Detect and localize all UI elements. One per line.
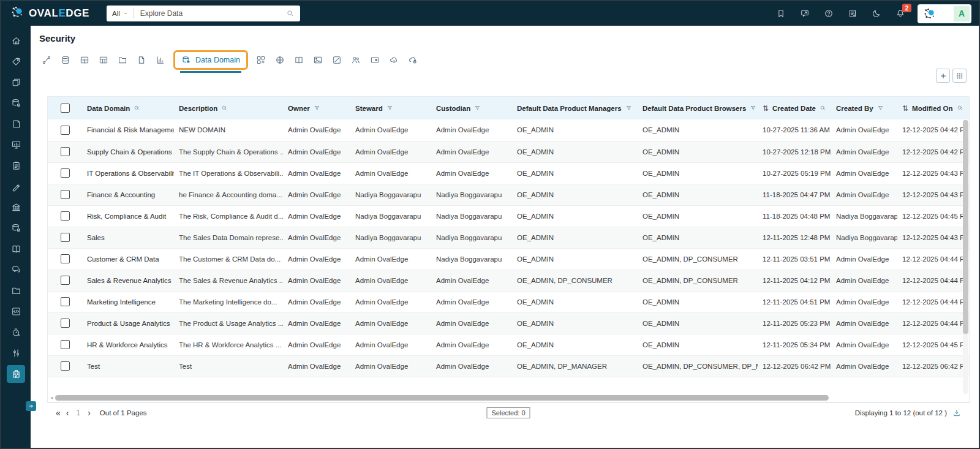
cell-data-domain[interactable]: Finance & Accounting	[82, 184, 174, 205]
row-select-cell[interactable]	[48, 162, 82, 184]
tab-card[interactable]	[366, 55, 385, 65]
row-checkbox[interactable]	[61, 319, 70, 328]
column-header-description[interactable]: Description	[174, 97, 283, 119]
tab-database[interactable]	[56, 55, 75, 65]
tab-table[interactable]	[75, 55, 94, 65]
row-checkbox[interactable]	[61, 211, 70, 221]
column-header-modified-on[interactable]: ⇅Modified On	[897, 97, 970, 119]
row-select-cell[interactable]	[48, 119, 82, 141]
next-page-button[interactable]: ›	[88, 409, 91, 417]
column-header-custodian[interactable]: Custodian	[431, 97, 512, 119]
cell-data-domain[interactable]: Financial & Risk Management	[82, 119, 174, 141]
row-checkbox[interactable]	[61, 190, 70, 199]
download-icon[interactable]	[952, 409, 961, 417]
column-header-owner[interactable]: Owner	[283, 97, 350, 119]
row-select-cell[interactable]	[48, 205, 82, 227]
row-select-cell[interactable]	[48, 227, 82, 248]
sidebar-item-tools[interactable]	[7, 344, 25, 362]
select-all-checkbox[interactable]	[61, 104, 70, 113]
docs-icon[interactable]	[848, 9, 858, 18]
search-input[interactable]	[134, 9, 286, 18]
vertical-scrollbar[interactable]	[963, 120, 968, 394]
tab-file[interactable]	[132, 55, 151, 65]
sidebar-expand-button[interactable]	[26, 401, 36, 411]
column-header-data-domain[interactable]: Data Domain	[82, 97, 174, 119]
profile-box[interactable]: A	[918, 4, 971, 23]
tab-users[interactable]	[347, 55, 366, 65]
sidebar-item-home[interactable]	[7, 32, 25, 50]
vertical-scrollbar-thumb[interactable]	[963, 120, 968, 334]
theme-moon-icon[interactable]	[872, 9, 881, 18]
tab-cloud-link[interactable]	[385, 55, 404, 65]
cell-data-domain[interactable]: Test	[82, 355, 174, 377]
row-checkbox[interactable]	[61, 340, 70, 349]
row-checkbox[interactable]	[61, 254, 70, 263]
row-checkbox[interactable]	[61, 297, 70, 306]
avatar[interactable]: A	[954, 6, 970, 21]
notifications-bell-icon[interactable]: 2	[895, 9, 905, 18]
cell-data-domain[interactable]: Sales & Revenue Analytics	[82, 270, 174, 291]
row-checkbox[interactable]	[61, 233, 70, 242]
sidebar-item-tags[interactable]	[7, 53, 25, 70]
cell-data-domain[interactable]: Sales	[82, 227, 174, 248]
sidebar-item-folder[interactable]	[7, 282, 25, 300]
cell-data-domain[interactable]: Product & Usage Analytics	[82, 312, 174, 334]
row-checkbox[interactable]	[61, 126, 70, 135]
column-header-created-date[interactable]: ⇅Created Date	[758, 97, 831, 119]
sidebar-item-notebook[interactable]	[7, 115, 25, 133]
tab-lineage[interactable]	[37, 55, 56, 65]
column-header-default-data-product-managers[interactable]: Default Data Product Managers	[512, 97, 638, 119]
column-settings-button[interactable]	[952, 69, 967, 83]
column-header-created-by[interactable]: Created By	[831, 97, 897, 119]
column-header-default-data-product-browsers[interactable]: Default Data Product Browsers	[638, 97, 758, 119]
tab-cloud-lock[interactable]	[404, 55, 423, 65]
tab-chart[interactable]	[151, 55, 170, 65]
row-checkbox[interactable]	[61, 168, 70, 178]
prev-page-button[interactable]: ‹	[66, 409, 69, 417]
sidebar-item-book[interactable]	[7, 240, 25, 258]
bookmark-icon[interactable]	[776, 9, 786, 18]
column-header-steward[interactable]: Steward	[350, 97, 431, 119]
cell-data-domain[interactable]: Supply Chain & Operations	[82, 141, 174, 162]
horizontal-scrollbar-thumb[interactable]	[55, 395, 829, 401]
sidebar-item-chat[interactable]	[7, 261, 25, 279]
row-select-cell[interactable]	[48, 312, 82, 334]
cell-data-domain[interactable]: HR & Workforce Analytics	[82, 334, 174, 355]
brand-logo[interactable]: OVALEDGE	[10, 5, 89, 22]
row-select-cell[interactable]	[48, 334, 82, 355]
current-page[interactable]: 1	[74, 409, 82, 417]
tab-globe[interactable]	[271, 55, 290, 65]
tab-grid-plus[interactable]	[252, 55, 271, 65]
sidebar-item-database-gear[interactable]	[7, 94, 25, 112]
scroll-left-arrow-icon[interactable]: ◂	[50, 395, 53, 401]
row-select-cell[interactable]	[48, 270, 82, 291]
row-select-cell[interactable]	[48, 248, 82, 270]
tab-open-book[interactable]	[290, 55, 309, 65]
search-scope-dropdown[interactable]: All	[107, 9, 134, 18]
cell-data-domain[interactable]: Risk, Compliance & Audit	[82, 205, 174, 227]
tab-folder[interactable]	[113, 55, 132, 65]
tab-table-columns[interactable]	[94, 55, 113, 65]
select-all-header[interactable]	[48, 97, 82, 119]
tab-note[interactable]	[328, 55, 347, 65]
sidebar-item-database-check[interactable]	[7, 219, 25, 237]
row-select-cell[interactable]	[48, 291, 82, 312]
sidebar-item-timer[interactable]	[7, 323, 25, 341]
release-notes-icon[interactable]	[800, 9, 810, 18]
row-checkbox[interactable]	[61, 276, 70, 285]
sort-icon[interactable]: ⇅	[902, 104, 908, 113]
sidebar-item-clipboard[interactable]	[7, 157, 25, 175]
sidebar-item-bank-governance[interactable]	[7, 198, 25, 216]
sidebar-item-code[interactable]	[7, 303, 25, 320]
cell-data-domain[interactable]: IT Operations & Observability	[82, 162, 174, 184]
add-button[interactable]	[936, 69, 950, 83]
row-checkbox[interactable]	[61, 361, 70, 371]
first-page-button[interactable]: «	[56, 409, 61, 417]
row-select-cell[interactable]	[48, 141, 82, 162]
help-icon[interactable]	[824, 9, 834, 18]
sidebar-item-copy-pages[interactable]	[7, 74, 25, 91]
sort-icon[interactable]: ⇅	[763, 104, 769, 113]
sidebar-item-signature-pen[interactable]	[7, 178, 25, 195]
sidebar-item-report-monitor[interactable]	[7, 136, 25, 154]
tab-image[interactable]	[309, 55, 328, 65]
